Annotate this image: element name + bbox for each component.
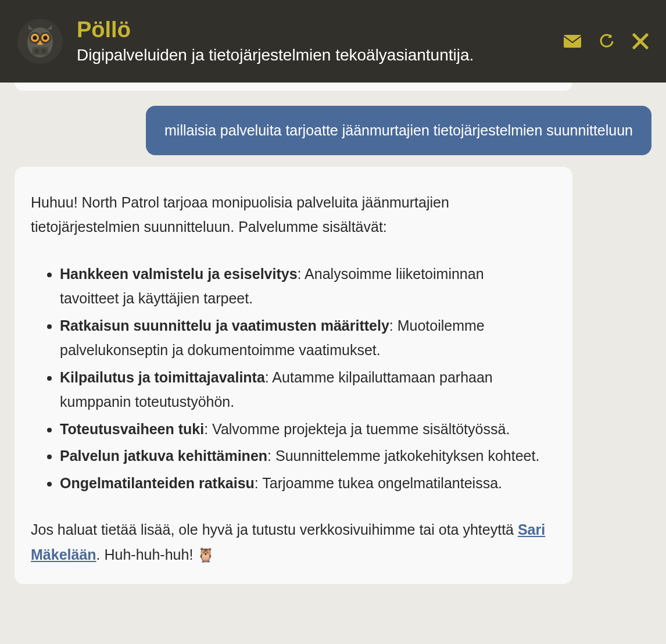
close-icon[interactable]	[632, 33, 649, 49]
refresh-icon[interactable]	[599, 33, 615, 49]
owl-emoji-icon: 🦉	[197, 547, 214, 563]
app-title: Pöllö	[77, 18, 564, 42]
previous-message-tail	[15, 83, 572, 91]
list-item-bold: Hankkeen valmistelu ja esiselvitys	[60, 266, 298, 282]
user-message-text: millaisia palveluita tarjoatte jäänmurta…	[164, 122, 633, 138]
chat-area: millaisia palveluita tarjoatte jäänmurta…	[0, 83, 666, 584]
svg-rect-8	[34, 49, 39, 53]
assistant-bullet-list: Hankkeen valmistelu ja esiselvitys: Anal…	[60, 262, 556, 496]
user-message-row: millaisia palveluita tarjoatte jäänmurta…	[15, 106, 651, 155]
list-item-rest: : Valvomme projekteja ja tuemme sisältöt…	[204, 421, 510, 437]
chat-header: Pöllö Digipalveluiden ja tietojärjestelm…	[0, 0, 666, 83]
list-item: Kilpailutus ja toimittajavalinta: Autamm…	[60, 365, 556, 414]
svg-point-5	[33, 36, 37, 40]
header-text: Pöllö Digipalveluiden ja tietojärjestelm…	[77, 18, 564, 65]
svg-rect-10	[564, 35, 581, 48]
assistant-intro: Huhuu! North Patrol tarjoaa monipuolisia…	[31, 190, 556, 239]
header-actions	[564, 33, 649, 49]
svg-point-6	[44, 36, 48, 40]
avatar	[17, 19, 63, 64]
owl-avatar-icon	[22, 23, 59, 60]
list-item-bold: Ratkaisun suunnittelu ja vaatimusten mää…	[60, 317, 389, 334]
list-item: Hankkeen valmistelu ja esiselvitys: Anal…	[60, 262, 556, 311]
list-item-bold: Palvelun jatkuva kehittäminen	[60, 448, 267, 464]
list-item-bold: Kilpailutus ja toimittajavalinta	[60, 369, 265, 385]
list-item-bold: Toteutusvaiheen tuki	[60, 421, 204, 437]
outro-after-link: . Huh-huh-huh!	[96, 546, 198, 563]
list-item-rest: : Suunnittelemme jatkokehityksen kohteet…	[267, 448, 539, 464]
list-item-rest: : Tarjoamme tukea ongelmatilanteissa.	[255, 475, 502, 491]
list-item: Palvelun jatkuva kehittäminen: Suunnitte…	[60, 443, 556, 468]
assistant-outro: Jos haluat tietää lisää, ole hyvä ja tut…	[31, 517, 556, 567]
assistant-message-bubble: Huhuu! North Patrol tarjoaa monipuolisia…	[15, 167, 572, 585]
app-subtitle: Digipalveluiden ja tietojärjestelmien te…	[77, 46, 564, 65]
list-item: Ongelmatilanteiden ratkaisu: Tarjoamme t…	[60, 471, 556, 496]
svg-rect-9	[41, 49, 46, 53]
outro-before-link: Jos haluat tietää lisää, ole hyvä ja tut…	[31, 521, 518, 538]
list-item: Ratkaisun suunnittelu ja vaatimusten mää…	[60, 313, 556, 363]
list-item-bold: Ongelmatilanteiden ratkaisu	[60, 475, 255, 491]
mail-icon[interactable]	[564, 35, 581, 48]
user-message-bubble: millaisia palveluita tarjoatte jäänmurta…	[146, 106, 651, 155]
list-item: Toteutusvaiheen tuki: Valvomme projektej…	[60, 417, 556, 442]
